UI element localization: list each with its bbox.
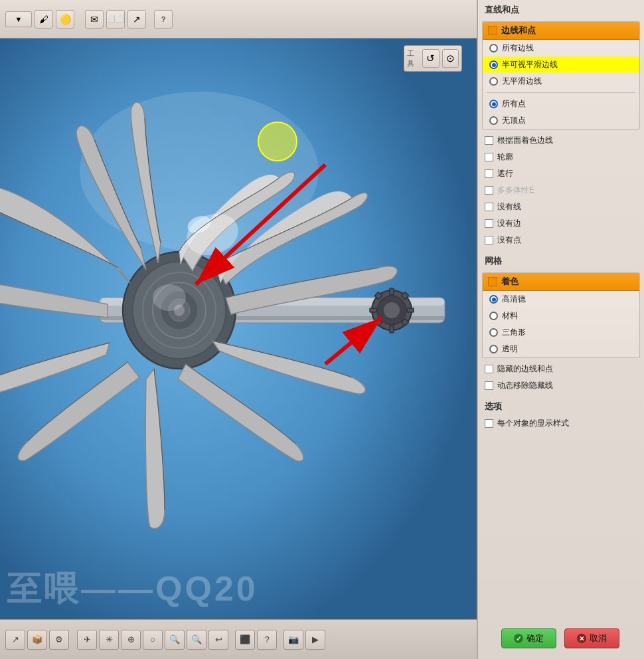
cancel-icon: ✕ [577,634,586,643]
cb-label-dynamic-remove: 动态移除隐藏线 [497,380,553,391]
cb-no-lines[interactable]: 没有线 [478,199,644,215]
bottom-tool-6[interactable]: ⊕ [121,630,141,650]
bottom-tool-zoom[interactable]: 🔍 [187,630,206,650]
radio-label-no-smooth: 无平滑边线 [502,76,542,87]
tools-btn-2[interactable]: ⊙ [442,49,459,68]
turbine-render-area [0,39,477,619]
cb-box-no-points [485,236,493,244]
top-toolbar: ▼ 🖌 🟡 ✉ ⬜⬜ ↗ ? [0,0,477,39]
confirm-icon: ✓ [514,634,523,643]
bottom-tool-camera[interactable]: 📷 [283,630,303,650]
cb-box-dynamic-remove [485,381,493,390]
cb-per-object-display[interactable]: 每个对象的显示样式 [478,415,644,432]
radio-label-all-points: 所有点 [502,98,526,110]
cb-label-no-edges: 没有边 [497,218,521,229]
tools-floating-panel: 工具 ↺ ⊙ [404,45,462,72]
cb-color-by-face[interactable]: 根据面着色边线 [478,132,644,149]
svg-rect-11 [407,308,414,312]
bottom-tool-question[interactable]: ? [257,630,277,650]
radio-all-edges[interactable]: 所有边线 [483,40,639,56]
panel-buttons: ✓ 确定 ✕ 取消 [477,623,644,654]
radio-label-transparent: 透明 [502,343,518,355]
radio-circle-all-edges [489,44,498,52]
cb-label-no-lines: 没有线 [497,201,521,213]
radio-circle-no-smooth [489,77,498,86]
cb-dynamic-remove[interactable]: 动态移除隐藏线 [478,377,644,394]
cb-label-occluded: 遮行 [497,168,513,179]
cancel-button[interactable]: ✕ 取消 [564,628,619,648]
cb-no-points[interactable]: 没有点 [478,232,644,248]
dropdown-arrow: ▼ [15,15,23,23]
cb-label-outline: 轮廓 [497,151,513,163]
radio-label-high-quality: 高清德 [502,294,526,305]
cb-box-color-by-face [485,136,493,145]
shading-header: 着色 [483,273,639,291]
cb-box-per-object [485,419,493,428]
mesh-section-title: 网格 [478,251,644,270]
tools-btn-1[interactable]: ↺ [422,49,439,68]
cb-multi-body[interactable]: 多多体性E [478,182,644,199]
radio-no-vertex[interactable]: 无顶点 [483,112,639,129]
radio-label-triangle: 三角形 [502,327,526,338]
radio-circle-triangle [489,328,498,337]
bottom-tool-move[interactable]: ↗ [5,630,25,650]
toolbar-btn-2[interactable]: 🟡 [56,10,74,29]
bottom-tool-play[interactable]: ▶ [305,630,325,650]
radio-transparent[interactable]: 透明 [483,341,639,357]
radio-circle-transparent [489,345,498,353]
bottom-tool-search[interactable]: 🔍 [165,630,185,650]
bottom-tool-5[interactable]: ✳ [99,630,119,650]
toolbar-btn-4[interactable]: ⬜⬜ [106,10,125,29]
bottom-tool-7[interactable]: ○ [143,630,163,650]
cb-label-color-by-face: 根据面着色边线 [497,135,553,146]
radio-label-no-vertex: 无顶点 [502,115,526,126]
radio-semi-smooth[interactable]: 半可视平滑边线 [483,56,639,73]
radio-all-points[interactable]: 所有点 [483,96,639,112]
cb-no-edges[interactable]: 没有边 [478,215,644,232]
radio-triangle[interactable]: 三角形 [483,324,639,341]
radio-material[interactable]: 材料 [483,308,639,324]
cb-label-hidden-edges: 隐藏的边线和点 [497,363,553,375]
toolbar-btn-6[interactable]: ? [154,10,173,29]
cb-box-multi-body [485,186,493,195]
bottom-tool-3[interactable]: ⚙ [49,630,69,650]
toolbar-btn-5[interactable]: ↗ [127,10,146,29]
cancel-label: 取消 [590,632,607,644]
bottom-tool-cube[interactable]: ⬛ [235,630,255,650]
confirm-button[interactable]: ✓ 确定 [501,628,556,648]
cb-occluded[interactable]: 遮行 [478,165,644,182]
right-panel: 直线和点 边线和点 所有边线 半可视平滑边线 无平滑边线 [477,0,644,659]
cb-box-hidden-edges [485,365,493,373]
cb-outline[interactable]: 轮廓 [478,149,644,165]
svg-rect-10 [370,308,376,312]
radio-circle-all-points [489,100,498,108]
view-dropdown[interactable]: ▼ [5,11,32,27]
edges-points-group: 边线和点 所有边线 半可视平滑边线 无平滑边线 所有点 [482,21,640,130]
toolbar-btn-3[interactable]: ✉ [85,10,104,29]
edges-points-title: 边线和点 [501,25,536,37]
options-section-title: 选项 [478,397,644,415]
cb-hidden-edges[interactable]: 隐藏的边线和点 [478,361,644,377]
cb-label-per-object: 每个对象的显示样式 [497,418,569,429]
cb-box-occluded [485,169,493,178]
radio-no-smooth[interactable]: 无平滑边线 [483,73,639,90]
bottom-tool-undo[interactable]: ↩ [208,630,228,650]
confirm-label: 确定 [526,632,544,644]
main-viewport: ▼ 🖌 🟡 ✉ ⬜⬜ ↗ ? [0,0,477,659]
svg-rect-8 [390,288,394,295]
divider-1 [487,92,635,93]
radio-circle-no-vertex [489,116,498,125]
toolbar-btn-1[interactable]: 🖌 [35,10,53,29]
radio-high-quality[interactable]: 高清德 [483,291,639,308]
shading-group: 着色 高清德 材料 三角形 透明 [482,272,640,358]
svg-rect-9 [390,326,394,333]
cb-box-outline [485,153,493,161]
orange-square-icon [488,26,497,35]
cb-box-no-lines [485,203,493,211]
edges-points-header: 边线和点 [483,22,639,40]
cb-label-no-points: 没有点 [497,235,521,246]
shading-title: 着色 [501,276,519,288]
bottom-tool-4[interactable]: ✈ [77,630,97,650]
bottom-tool-select[interactable]: 📦 [27,630,47,650]
bottom-toolbar: ↗ 📦 ⚙ ✈ ✳ ⊕ ○ 🔍 🔍 ↩ ⬛ ? 📷 ▶ [0,619,477,659]
